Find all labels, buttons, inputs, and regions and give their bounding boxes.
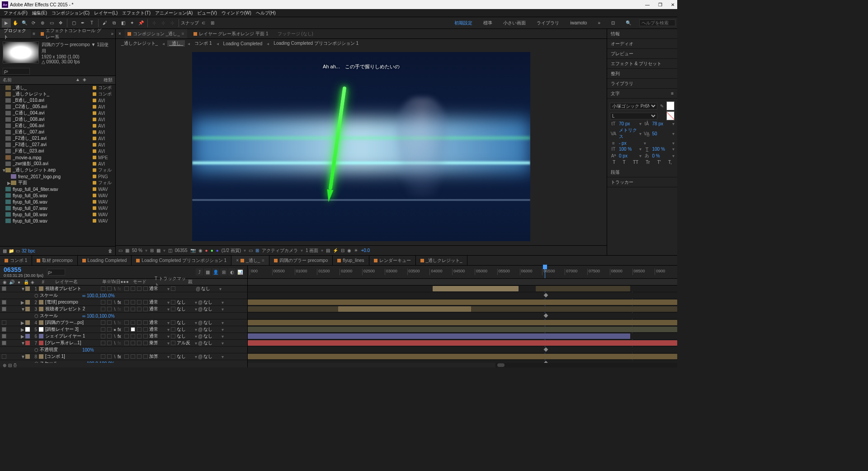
col-index[interactable]: # [38, 280, 44, 285]
font-style[interactable]: L [610, 113, 657, 119]
snap-toggle[interactable]: スナップ [181, 20, 199, 26]
comp-mini-flowchart-icon[interactable]: ⤴ [196, 268, 203, 276]
exposure-value[interactable]: +0.0 [361, 248, 370, 253]
text-tool[interactable]: T [87, 19, 96, 28]
sync-icon[interactable]: ⊡ [609, 20, 618, 25]
zoom-tool[interactable]: 🔍 [20, 19, 29, 28]
blend-mode[interactable]: 通常 [149, 299, 166, 305]
breadcrumb-item[interactable]: Loading Completed [222, 41, 264, 46]
layer-row[interactable]: ▼ 1 視聴者プレゼント \fx 通常▾ @なし▾ [0, 285, 677, 292]
project-item[interactable]: ▶平面フォル [0, 180, 115, 186]
timeline-tab[interactable]: 四隅のブラー precompo [269, 256, 333, 265]
project-item[interactable]: _D通し_008.aviAVI [0, 116, 115, 123]
layer-label-color[interactable] [25, 307, 30, 311]
panel-header[interactable]: 整列 [607, 69, 677, 79]
project-item[interactable]: _movie-a.mpgMPE [0, 154, 115, 161]
interpret-icon[interactable]: ▦ [3, 248, 7, 253]
layer-label-color[interactable] [25, 286, 30, 291]
project-item[interactable]: flyup_full_05.wavWAV [0, 192, 115, 199]
menu-item[interactable]: エフェクト(T) [120, 10, 152, 16]
menu-item[interactable]: ヘルプ(H) [254, 10, 278, 16]
kerning[interactable]: メトリクス [619, 127, 637, 140]
panel-header[interactable]: オーディオ [607, 39, 677, 49]
menu-item[interactable]: 編集(E) [30, 10, 49, 16]
motion-blur-icon[interactable]: ◐ [228, 268, 236, 276]
composition-preview[interactable]: Ah ah... この手で握りしめたいの [192, 52, 530, 241]
zoom-value[interactable]: 50 % [132, 248, 142, 253]
layer-label-color[interactable] [25, 354, 30, 359]
bpc-button[interactable]: 32 bpc [22, 248, 35, 253]
eyedropper-icon[interactable]: ✎ [659, 104, 665, 109]
col-mode[interactable]: モード [133, 279, 153, 285]
timeline-tab[interactable]: Loading Completed [78, 256, 132, 265]
new-comp-icon[interactable]: ▭ [16, 248, 20, 253]
puppet-tool[interactable]: 📌 [137, 19, 146, 28]
timeline-tab[interactable]: コンポ 1 [0, 256, 32, 265]
toggle-modes-icon[interactable]: ⊟ [8, 363, 12, 368]
workspace-more[interactable]: » [595, 20, 603, 25]
graph-editor-icon[interactable]: 📊 [236, 268, 244, 276]
viewer-lock-icon[interactable]: × [118, 31, 121, 36]
minimize-button[interactable]: — [645, 2, 650, 7]
project-item[interactable]: flyup_full_07.wavWAV [0, 205, 115, 211]
timeline-search[interactable] [47, 269, 65, 276]
menu-item[interactable]: ビュー(V) [195, 10, 218, 16]
visibility-toggle[interactable] [2, 286, 6, 291]
resolution-icon[interactable]: ⊞ [150, 248, 154, 253]
faux-style-button[interactable]: T, [668, 160, 672, 165]
panel-more-icon[interactable]: » [109, 31, 115, 36]
viewer-tab-footage[interactable]: フッテージ (なし) [275, 29, 316, 38]
col-audio-icon[interactable]: 🔊 [9, 280, 14, 285]
resolution-value[interactable]: (1/2 画質) [222, 247, 241, 254]
reset-exposure-icon[interactable]: ☀ [354, 248, 358, 253]
faux-style-button[interactable]: Tr [646, 160, 650, 165]
breadcrumb-item[interactable]: コンポ 1 [193, 40, 213, 47]
panel-character-header[interactable]: 文字≡ [607, 89, 677, 99]
transparency-icon[interactable]: ⊞ [255, 248, 259, 253]
trash-icon[interactable]: 🗑 [108, 248, 113, 253]
comp-breadcrumb[interactable]: _通しクレジット_◂_通し_◂コンポ 1◂Loading Completed◂L… [116, 39, 607, 48]
panel-menu-icon[interactable]: ≡ [31, 31, 37, 36]
roi-icon[interactable]: ▭ [249, 248, 253, 253]
breadcrumb-item[interactable]: _通し_ [167, 40, 185, 47]
flowchart-icon[interactable]: ◉ [347, 248, 351, 253]
breadcrumb-item[interactable]: Loading Completed プリコンポジション 1 [272, 40, 360, 47]
layer-name[interactable]: [コンポ 1] [45, 353, 99, 360]
track-matte[interactable]: なし [177, 319, 194, 326]
project-item[interactable]: _B通し_010.aviAVI [0, 97, 115, 104]
layer-label-color[interactable] [25, 334, 30, 338]
faux-style-button[interactable]: TT [633, 160, 638, 165]
layer-name[interactable]: 視聴者プレゼント 2 [45, 306, 99, 312]
rotate-tool[interactable]: ⊕ [38, 19, 47, 28]
layer-name[interactable]: [電球] precompo [45, 299, 99, 305]
tracking[interactable]: 50 [652, 131, 671, 136]
maximize-button[interactable]: ❐ [657, 2, 663, 7]
visibility-toggle[interactable] [2, 341, 6, 345]
timeline-icon[interactable]: ⊟ [341, 248, 344, 253]
parent-dropdown[interactable]: なし [203, 353, 221, 360]
menu-item[interactable]: アニメーション(A) [153, 10, 194, 16]
show-snapshot-icon[interactable]: ◉ [198, 248, 203, 253]
grid-icon[interactable]: ▦ [156, 248, 160, 253]
timeline-tab[interactable]: Loading Completed プリコンポジション 1 [132, 256, 231, 265]
layer-label-color[interactable] [25, 320, 30, 325]
faux-style-button[interactable]: T [623, 160, 626, 165]
column-type[interactable]: 種類 [90, 77, 113, 83]
layer-row[interactable]: ▶ 2 [電球] precompo \fx 通常▾ なし▾ @なし▾ [0, 299, 677, 306]
layer-label-color[interactable] [25, 341, 30, 345]
track-matte[interactable]: なし [177, 353, 194, 360]
visibility-toggle[interactable] [2, 300, 6, 304]
brush-tool[interactable]: 🖌 [100, 19, 109, 28]
track-matte[interactable]: アル反 [177, 340, 194, 346]
timeline-tab[interactable]: 取材 precompo [32, 256, 77, 265]
toggle-in-out-icon[interactable]: {} [14, 363, 17, 368]
track-matte[interactable]: なし [177, 306, 194, 312]
layer-name[interactable]: [四隅のブラー...po] [45, 319, 99, 326]
layer-property-row[interactable]: ⬡スケール∞ 100.0,100.0% [0, 292, 677, 299]
col-layer-name[interactable]: レイヤー名 [55, 279, 100, 285]
view-axis-tool[interactable]: ⊹ [168, 19, 177, 28]
col-lock-icon[interactable]: 🔒 [24, 280, 29, 285]
col-switches[interactable]: 单※\fx目●●● [102, 279, 131, 285]
layer-name[interactable]: [グレー系オレ...1] [45, 340, 99, 346]
visibility-toggle[interactable] [2, 327, 6, 332]
